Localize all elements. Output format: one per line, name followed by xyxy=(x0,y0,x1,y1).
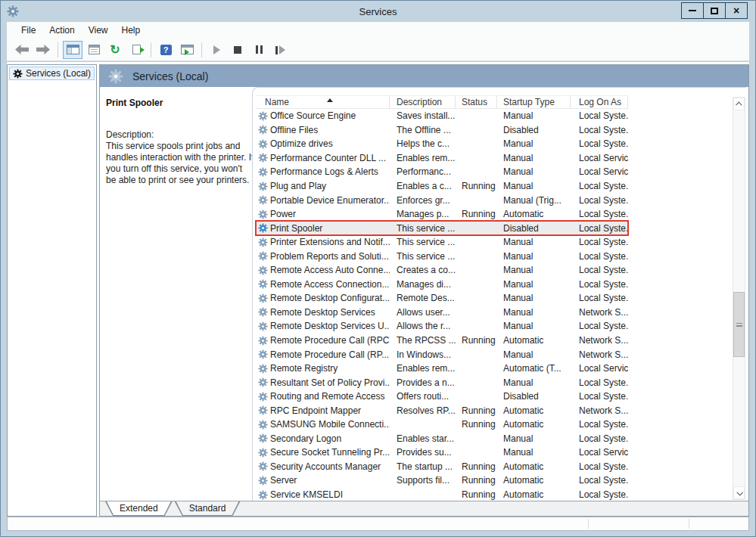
service-icon xyxy=(258,433,268,443)
column-header-startup-type[interactable]: Startup Type xyxy=(497,95,571,109)
table-row[interactable]: Remote Access Connection...Manages di...… xyxy=(256,278,628,292)
cell-startup-type: Manual xyxy=(497,433,571,444)
forward-button[interactable] xyxy=(33,41,53,59)
table-row[interactable]: Plug and PlayEnables a c...RunningManual… xyxy=(256,179,628,194)
menu-action[interactable]: Action xyxy=(42,23,81,37)
service-icon xyxy=(258,139,268,149)
table-row[interactable]: Performance Logs & AlertsPerformanc...Ma… xyxy=(256,165,628,179)
vertical-scrollbar[interactable] xyxy=(733,97,745,500)
minimize-button[interactable] xyxy=(681,2,704,19)
table-row[interactable]: Resultant Set of Policy Provi...Provides… xyxy=(256,375,628,390)
table-row[interactable]: Remote Procedure Call (RP...In Windows..… xyxy=(256,347,628,362)
show-console-tree-button[interactable] xyxy=(63,41,82,59)
table-row[interactable]: Printer Extensions and Notif...This serv… xyxy=(256,235,628,250)
cell-name: Power xyxy=(256,209,390,219)
column-header-name[interactable]: Name xyxy=(256,95,390,109)
service-icon xyxy=(258,125,268,135)
service-icon xyxy=(258,167,268,177)
back-button[interactable] xyxy=(12,41,32,59)
cell-name: Remote Access Auto Conne... xyxy=(256,265,390,275)
back-icon xyxy=(15,45,29,54)
scroll-down-button[interactable] xyxy=(733,486,745,499)
description-text: This service spools print jobs and handl… xyxy=(106,141,252,186)
table-row[interactable]: ServerSupports fil...RunningAutomaticLoc… xyxy=(256,473,628,488)
table-row[interactable]: Security Accounts ManagerThe startup ...… xyxy=(256,460,628,474)
cell-status: Running xyxy=(456,461,497,472)
tab-extended[interactable]: Extended xyxy=(105,501,173,516)
table-row[interactable]: PowerManages p...RunningAutomaticLocal S… xyxy=(256,207,628,222)
statusbar-divider xyxy=(588,519,589,529)
table-row[interactable]: Remote Desktop Services U...Allows the r… xyxy=(256,319,628,334)
menu-view[interactable]: View xyxy=(82,23,115,37)
table-row[interactable]: Remote RegistryEnables rem...Automatic (… xyxy=(256,362,628,376)
menu-file[interactable]: File xyxy=(14,23,42,37)
table-row[interactable]: Print SpoolerThis service ...DisabledLoc… xyxy=(256,221,628,235)
extended-view-icon xyxy=(181,45,194,54)
cell-description: Performanc... xyxy=(390,166,456,177)
table-row[interactable]: Remote Access Auto Conne...Creates a co.… xyxy=(256,263,628,278)
menu-help[interactable]: Help xyxy=(115,23,148,37)
cell-log-on_as: Network S... xyxy=(571,349,628,360)
extended-view-button[interactable] xyxy=(177,41,197,59)
close-button[interactable]: × xyxy=(725,2,748,19)
table-row[interactable]: SAMSUNG Mobile Connecti...RunningAutomat… xyxy=(256,417,628,432)
export-list-button[interactable] xyxy=(126,41,146,59)
table-row[interactable]: Service KMSELDIRunningAutomaticLocal Sys… xyxy=(256,488,628,502)
tab-standard[interactable]: Standard xyxy=(175,501,241,516)
cell-name: Secondary Logon xyxy=(256,433,390,444)
cell-description: Enables a c... xyxy=(390,181,456,191)
service-icon xyxy=(258,195,268,205)
service-icon xyxy=(258,336,268,346)
cell-status: Running xyxy=(456,475,497,486)
cell-description: In Windows... xyxy=(390,349,456,360)
table-row[interactable]: Secondary LogonEnables star...ManualLoca… xyxy=(256,432,628,446)
table-row[interactable]: RPC Endpoint MapperResolves RP...Running… xyxy=(256,403,628,417)
cell-startup-type: Manual xyxy=(497,307,571,318)
table-row[interactable]: Remote Desktop Configurat...Remote Des..… xyxy=(256,291,628,306)
cell-startup-type: Manual (Trig... xyxy=(497,195,571,206)
table-row[interactable]: Optimize drivesHelps the c...ManualLocal… xyxy=(256,137,628,151)
table-row[interactable]: Offline FilesThe Offline ...DisabledLoca… xyxy=(256,123,628,138)
service-icon xyxy=(258,377,268,387)
table-row[interactable]: Portable Device Enumerator...Enforces gr… xyxy=(256,193,628,207)
table-row[interactable]: Routing and Remote AccessOffers routi...… xyxy=(256,390,628,404)
service-icon xyxy=(258,182,268,191)
cell-description: Resolves RP... xyxy=(390,405,456,416)
table-row[interactable]: Remote Procedure Call (RPC)The RPCSS ...… xyxy=(256,334,628,348)
refresh-button[interactable]: ↻ xyxy=(105,41,125,59)
service-icon xyxy=(258,293,268,303)
column-header-log-on-as[interactable]: Log On As xyxy=(571,95,628,109)
column-header-description[interactable]: Description xyxy=(390,95,456,109)
cell-name: Portable Device Enumerator... xyxy=(256,195,390,206)
scrollbar-thumb[interactable] xyxy=(733,292,745,357)
toolbar-separator xyxy=(58,42,58,57)
export-list-icon xyxy=(132,45,141,54)
cell-log-on_as: Local Syste... xyxy=(571,391,628,402)
extended-view-area: Print Spooler Description: This service … xyxy=(100,87,748,501)
column-header-status[interactable]: Status xyxy=(456,95,497,109)
table-row[interactable]: Performance Counter DLL ...Enables rem..… xyxy=(256,151,628,166)
table-row[interactable]: Remote Desktop ServicesAllows user...Man… xyxy=(256,306,628,320)
cell-startup-type: Disabled xyxy=(497,125,571,135)
stop-service-button[interactable] xyxy=(228,41,247,59)
band-gear-icon xyxy=(108,69,123,84)
tree-item-services-local[interactable]: Services (Local) xyxy=(9,67,95,80)
services-list-sheet: Name Description Status Startup Type Log… xyxy=(252,87,746,501)
table-row[interactable]: Secure Socket Tunneling Pr...Provides su… xyxy=(256,445,628,460)
properties-button[interactable] xyxy=(84,41,104,59)
service-icon xyxy=(258,111,268,121)
service-icon xyxy=(258,153,268,163)
start-service-button[interactable] xyxy=(207,41,226,59)
service-description-panel: Print Spooler Description: This service … xyxy=(100,87,252,501)
table-row[interactable]: Problem Reports and Soluti...This servic… xyxy=(256,249,628,263)
scroll-up-button[interactable] xyxy=(733,98,745,110)
tree-item-label: Services (Local) xyxy=(26,68,91,79)
maximize-button[interactable] xyxy=(703,2,726,19)
pause-service-button[interactable] xyxy=(249,41,269,59)
details-pane: Services (Local) Print Spooler Descripti… xyxy=(99,64,749,517)
restart-service-button[interactable] xyxy=(270,41,290,59)
help-button[interactable]: ? xyxy=(156,41,176,59)
selected-service-name: Print Spooler xyxy=(106,98,248,108)
table-row[interactable]: Office Source EngineSaves install...Manu… xyxy=(256,109,628,123)
service-icon xyxy=(258,265,268,275)
